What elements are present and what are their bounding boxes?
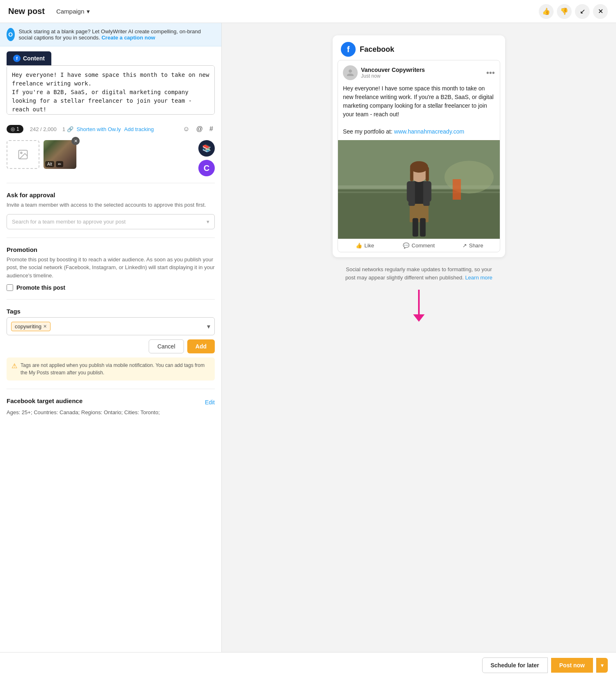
hashtag-button[interactable]: #: [208, 124, 215, 134]
facebook-tab-icon: f: [13, 55, 21, 62]
facebook-logo-icon: f: [341, 42, 356, 57]
svg-rect-17: [426, 181, 431, 202]
char-count: 242 / 2,000: [30, 126, 57, 132]
owlywriter-banner: O Stuck staring at a blank page? Let Owl…: [0, 23, 221, 46]
media-edit-button[interactable]: ✏: [56, 161, 63, 167]
comment-label: Comment: [411, 242, 434, 249]
fb-share-action[interactable]: ↗ Share: [446, 239, 500, 252]
emoji-button[interactable]: ☺: [182, 124, 191, 134]
tags-btn-row: Cancel Add: [7, 339, 215, 353]
canva-button[interactable]: C: [198, 160, 215, 176]
tags-dropdown-icon[interactable]: ▾: [207, 323, 210, 330]
fb-post-actions: 👍 Like 💬 Comment ↗ Share: [338, 239, 500, 252]
media-section: ✕ Alt ✏ 📚 C: [0, 137, 221, 183]
fb-post-image: [338, 140, 500, 239]
promotion-desc: Promote this post by boosting it to reac…: [7, 256, 215, 280]
fb-user-avatar: [343, 65, 358, 80]
arrow-button[interactable]: ↙: [575, 4, 590, 19]
schedule-later-button[interactable]: Schedule for later: [482, 657, 548, 673]
audience-details: Ages: 25+; Countries: Canada; Regions: O…: [7, 409, 215, 415]
like-icon: 👍: [356, 242, 362, 249]
promote-post-label[interactable]: Promote this post: [16, 284, 65, 291]
campaign-selector[interactable]: Campaign ▾: [53, 6, 93, 17]
media-row: ✕ Alt ✏ 📚 C: [7, 140, 215, 176]
ask-approval-title: Ask for approval: [7, 191, 215, 198]
fb-comment-action[interactable]: 💬 Comment: [392, 239, 446, 252]
header-actions: 👍 👎 ↙ ✕: [539, 4, 608, 19]
svg-rect-16: [407, 181, 412, 202]
learn-more-link[interactable]: Learn more: [465, 274, 492, 281]
media-side-buttons: 📚 C: [198, 140, 215, 176]
media-thumbnail: ✕ Alt ✏: [44, 140, 76, 169]
share-label: Share: [469, 242, 483, 249]
fb-post-body2: See my portfolio at: www.hannahmacready.…: [343, 127, 495, 136]
promotion-title: Promotion: [7, 246, 215, 253]
fb-more-options-icon[interactable]: •••: [486, 68, 495, 78]
textarea-toolbar: ◎ 1 242 / 2,000 1 🔗 Shorten with Ow.ly A…: [0, 121, 221, 137]
thumbs-up-button[interactable]: 👍: [539, 4, 554, 19]
fb-post-preview: Vancouver Copywriters Just now ••• Hey e…: [338, 60, 500, 252]
toolbar-right-icons: ☺ @ #: [182, 124, 215, 134]
audience-edit-link[interactable]: Edit: [205, 399, 215, 406]
right-panel: f Facebook Vancouver Copywriters Just no…: [222, 23, 616, 652]
fb-post-header: Vancouver Copywriters Just now •••: [338, 60, 500, 83]
svg-rect-13: [425, 167, 429, 181]
banner-text: Stuck staring at a blank page? Let OwlyW…: [19, 28, 215, 41]
media-thumb-actions: Alt ✏: [45, 161, 63, 167]
team-member-dropdown-icon: ▾: [207, 219, 209, 225]
media-remove-button[interactable]: ✕: [71, 137, 80, 145]
fb-post-text: Hey everyone! I have some space this mon…: [338, 83, 500, 140]
tags-title: Tags: [7, 308, 215, 315]
arrow-annotation: [413, 290, 425, 322]
copilot-count: 1: [16, 126, 19, 132]
text-area-section: Hey everyone! I have some space this mon…: [0, 65, 221, 121]
post-text-input[interactable]: Hey everyone! I have some space this mon…: [7, 65, 215, 115]
fb-user-name: Vancouver Copywriters: [361, 67, 425, 73]
shorten-link[interactable]: Shorten with Ow.ly: [77, 126, 121, 132]
team-member-search[interactable]: Search for a team member to approve your…: [7, 214, 215, 229]
content-tab-bar: f Content: [0, 46, 221, 65]
audience-title: Facebook target audience: [7, 397, 83, 404]
svg-point-1: [21, 152, 22, 154]
fb-user-time: Just now: [361, 73, 425, 79]
add-tracking-link[interactable]: Add tracking: [124, 126, 154, 132]
tag-label: copywriting: [15, 323, 41, 330]
media-add-placeholder[interactable]: [7, 140, 39, 169]
close-button[interactable]: ✕: [593, 4, 608, 19]
preview-notice: Social networks regularly make updates t…: [341, 265, 497, 281]
owlywriter-avatar: O: [7, 28, 15, 41]
tag-copywriting: copywriting ✕: [11, 322, 51, 331]
promote-post-checkbox[interactable]: [7, 284, 13, 291]
fb-like-action[interactable]: 👍 Like: [338, 239, 392, 252]
arrow-head: [413, 314, 425, 322]
link-count: 1 🔗: [62, 126, 74, 132]
target-audience-section: Facebook target audience Edit Ages: 25+;…: [0, 389, 221, 424]
fb-portfolio-link[interactable]: www.hannahmacready.com: [394, 128, 464, 135]
content-tab[interactable]: f Content: [7, 51, 51, 65]
fb-user-info: Vancouver Copywriters Just now: [361, 67, 425, 79]
tags-input-box[interactable]: copywriting ✕ ▾: [7, 317, 215, 335]
create-caption-link[interactable]: Create a caption now: [101, 35, 155, 41]
copilot-badge[interactable]: ◎ 1: [7, 125, 23, 133]
like-label: Like: [364, 242, 374, 249]
copilot-icon: ◎: [11, 126, 15, 132]
mention-button[interactable]: @: [195, 124, 205, 134]
tags-section: Tags copywriting ✕ ▾ Cancel Add ⚠ Tags a…: [0, 300, 221, 389]
tags-add-button[interactable]: Add: [187, 339, 215, 353]
thumbs-down-button[interactable]: 👎: [557, 4, 572, 19]
tags-cancel-button[interactable]: Cancel: [149, 339, 184, 353]
facebook-platform-label: Facebook: [360, 45, 394, 54]
ask-approval-section: Ask for approval Invite a team member wi…: [0, 183, 221, 238]
post-now-button[interactable]: Post now: [551, 658, 593, 673]
post-now-dropdown-button[interactable]: ▾: [596, 658, 608, 673]
tag-remove-icon[interactable]: ✕: [43, 324, 47, 329]
svg-rect-18: [413, 218, 418, 237]
team-member-placeholder: Search for a team member to approve your…: [12, 219, 126, 225]
svg-rect-9: [410, 204, 429, 222]
media-alt-button[interactable]: Alt: [45, 161, 54, 167]
main-layout: O Stuck staring at a blank page? Let Owl…: [0, 23, 616, 652]
media-library-button[interactable]: 📚: [198, 140, 215, 157]
share-icon: ↗: [462, 242, 467, 249]
warning-text: Tags are not applied when you publish vi…: [21, 362, 210, 376]
fb-post-body1: Hey everyone! I have some space this mon…: [343, 84, 495, 119]
